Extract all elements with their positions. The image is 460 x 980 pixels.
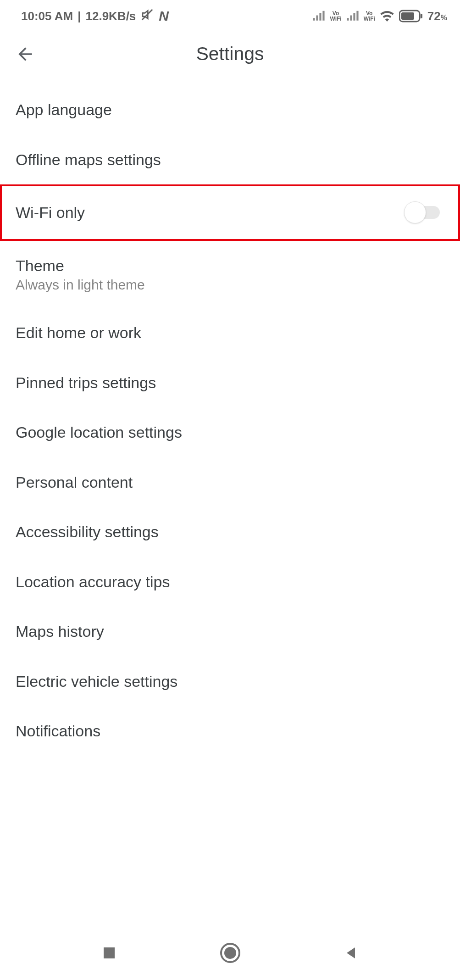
app-bar: Settings	[0, 32, 460, 76]
settings-list: App language Offline maps settings Wi-Fi…	[0, 76, 460, 756]
svg-rect-4	[104, 947, 115, 958]
svg-point-6	[224, 947, 236, 959]
item-label: Theme	[16, 256, 444, 276]
toggle-thumb	[404, 201, 426, 223]
item-wifi-only[interactable]: Wi-Fi only	[0, 184, 460, 241]
wifi-icon	[380, 11, 394, 22]
item-label: Location accuracy tips	[16, 572, 170, 592]
item-label: Maps history	[16, 622, 104, 641]
item-label: App language	[16, 100, 112, 120]
item-label: Accessibility settings	[16, 522, 159, 542]
svg-rect-3	[421, 14, 422, 18]
item-label: Offline maps settings	[16, 150, 161, 170]
svg-rect-2	[401, 12, 414, 20]
item-label: Edit home or work	[16, 323, 141, 343]
mute-icon	[140, 8, 154, 25]
wifi-only-toggle[interactable]	[407, 206, 440, 219]
vowifi-icon-2: Vo WiFi	[364, 11, 375, 22]
signal-icon-2	[346, 11, 359, 22]
item-pinned-trips[interactable]: Pinned trips settings	[0, 358, 460, 408]
item-label: Personal content	[16, 473, 133, 492]
vowifi-icon-1: Vo WiFi	[330, 11, 341, 22]
item-theme[interactable]: Theme Always in light theme	[0, 241, 460, 308]
item-edit-home-work[interactable]: Edit home or work	[0, 308, 460, 358]
item-electric-vehicle-settings[interactable]: Electric vehicle settings	[0, 657, 460, 707]
item-location-accuracy-tips[interactable]: Location accuracy tips	[0, 557, 460, 607]
letter-n-icon: N	[159, 8, 169, 24]
recent-apps-button[interactable]	[101, 945, 117, 963]
status-net-speed: 12.9KB/s	[85, 9, 136, 23]
status-divider: |	[78, 9, 81, 23]
system-nav-bar	[0, 927, 460, 980]
item-app-language[interactable]: App language	[0, 85, 460, 135]
battery-percentage: 72%	[427, 9, 447, 23]
item-google-location-settings[interactable]: Google location settings	[0, 407, 460, 457]
page-title: Settings	[0, 43, 460, 65]
item-offline-maps-settings[interactable]: Offline maps settings	[0, 135, 460, 185]
item-personal-content[interactable]: Personal content	[0, 457, 460, 507]
item-maps-history[interactable]: Maps history	[0, 607, 460, 657]
item-accessibility-settings[interactable]: Accessibility settings	[0, 507, 460, 557]
status-time: 10:05 AM	[21, 9, 73, 23]
item-label: Google location settings	[16, 423, 182, 442]
item-sublabel: Always in light theme	[16, 277, 444, 293]
signal-icon	[312, 11, 325, 22]
home-button[interactable]	[219, 941, 242, 966]
back-nav-button[interactable]	[343, 945, 359, 963]
item-label: Wi-Fi only	[16, 203, 85, 223]
battery-icon	[399, 10, 423, 22]
item-label: Pinned trips settings	[16, 373, 156, 393]
item-label: Notifications	[16, 721, 100, 741]
item-label: Electric vehicle settings	[16, 672, 177, 691]
status-bar: 10:05 AM | 12.9KB/s N Vo WiFi Vo WiFi	[0, 0, 460, 32]
item-notifications[interactable]: Notifications	[0, 706, 460, 756]
